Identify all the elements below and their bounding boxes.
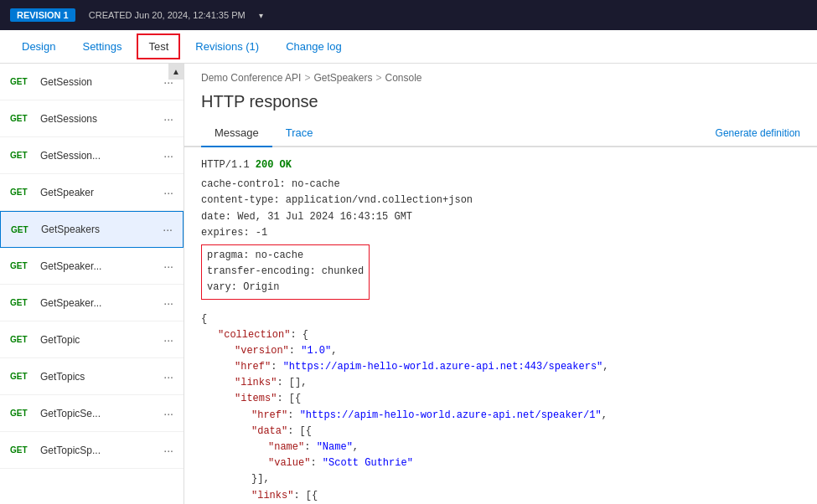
generate-definition-link[interactable]: Generate definition [716,121,800,146]
json-line: "collection": { [201,327,800,343]
response-content: HTTP/1.1 200 OK cache-control: no-cache … [184,147,817,504]
list-item[interactable]: GET GetTopic ··· [0,321,184,358]
tab-settings[interactable]: Settings [70,33,133,59]
header-line: cache-control: no-cache [201,177,800,193]
dots-menu[interactable]: ··· [163,407,173,420]
json-line: "value": "Scott Guthrie" [201,455,800,471]
method-badge: GET [10,261,34,270]
main-layout: ▲ GET GetSession ··· GET GetSessions ···… [0,64,817,504]
dots-menu[interactable]: ··· [163,333,173,347]
dots-menu[interactable]: ··· [163,223,173,236]
json-line: "data": [{ [201,424,800,440]
breadcrumb-sep2: > [375,72,381,84]
json-line: }], [201,471,800,487]
json-line: { [201,311,800,327]
highlighted-header-0: pragma: no-cache [207,248,364,264]
breadcrumb-sep1: > [304,72,310,84]
endpoint-name: GetTopic [40,334,157,346]
endpoint-name: GetTopics [40,371,157,383]
endpoint-name: GetSessions [40,113,157,125]
dots-menu[interactable]: ··· [163,260,173,273]
method-badge: GET [10,77,34,86]
tab-changelog[interactable]: Change log [274,33,354,59]
tab-trace[interactable]: Trace [272,120,327,147]
endpoint-name: GetSession... [40,150,157,162]
json-body: { "collection": { "version": "1.0", "hre… [201,311,800,505]
tab-message[interactable]: Message [201,120,272,147]
method-badge: GET [10,445,34,455]
list-item[interactable]: GET GetTopicSe... ··· [0,395,184,432]
json-line: "version": "1.0", [201,343,800,359]
endpoint-name: GetTopicSp... [40,445,157,456]
method-badge: GET [10,372,34,381]
highlighted-header-1: transfer-encoding: chunked [207,264,364,280]
http-status-line: HTTP/1.1 200 OK [201,157,800,173]
json-line: "href": "https://apim-hello-world.azure-… [201,408,800,424]
dots-menu[interactable]: ··· [163,186,173,199]
json-line: "items": [{ [201,391,800,407]
list-item[interactable]: GET GetTopics ··· [0,358,184,395]
endpoint-name: GetTopicSe... [40,408,157,419]
tab-revisions[interactable]: Revisions (1) [184,33,271,59]
created-text: CREATED Jun 20, 2024, 12:41:35 PM [89,10,246,20]
list-item-selected[interactable]: GET GetSpeakers ··· [0,211,184,248]
json-line: "links": [{ [201,488,800,504]
status-code: 200 OK [256,159,292,171]
json-line: "href": "https://apim-hello-world.azure-… [201,359,800,375]
tab-design[interactable]: Design [10,33,67,59]
endpoint-name: GetSpeaker... [40,297,157,309]
breadcrumb-part2: GetSpeakers [313,72,372,84]
page-title: HTTP response [184,87,817,120]
method-badge: GET [10,298,34,307]
breadcrumb: Demo Conference API > GetSpeakers > Cons… [184,64,817,87]
sidebar: ▲ GET GetSession ··· GET GetSessions ···… [0,64,184,504]
sub-tabs: Message Trace Generate definition [184,120,817,147]
list-item[interactable]: GET GetSession... ··· [0,137,184,174]
list-item[interactable]: GET GetSpeaker ··· [0,174,184,211]
header-line: content-type: application/vnd.collection… [201,193,800,208]
dots-menu[interactable]: ··· [163,370,173,383]
json-line: "links": [], [201,375,800,391]
dots-menu[interactable]: ··· [163,444,173,457]
method-badge: GET [10,335,34,344]
list-item[interactable]: GET GetSpeaker... ··· [0,248,184,285]
highlighted-header-2: vary: Origin [207,280,364,296]
tab-test[interactable]: Test [137,33,180,59]
endpoint-name: GetSpeakers [41,224,156,235]
nav-tabs: Design Settings Test Revisions (1) Chang… [0,30,817,64]
http-version: HTTP/1.1 [201,159,256,171]
json-line: "name": "Name", [201,440,800,455]
revision-badge: REVISION 1 [10,8,75,22]
dots-menu[interactable]: ··· [163,112,173,126]
method-badge: GET [11,225,34,234]
highlighted-headers-block: pragma: no-cache transfer-encoding: chun… [201,244,370,300]
method-badge: GET [10,151,34,160]
scroll-up-button[interactable]: ▲ [168,64,184,80]
list-item[interactable]: GET GetSession ··· [0,64,184,100]
method-badge: GET [10,188,34,197]
header-line: expires: -1 [201,225,800,241]
breadcrumb-part3: Console [385,72,421,84]
endpoint-name: GetSpeaker... [40,260,157,272]
list-item[interactable]: GET GetTopicSp... ··· [0,432,184,469]
method-badge: GET [10,114,34,123]
dots-menu[interactable]: ··· [163,296,173,310]
header-line: date: Wed, 31 Jul 2024 16:43:15 GMT [201,209,800,225]
content-area: Demo Conference API > GetSpeakers > Cons… [184,64,817,504]
dropdown-arrow[interactable]: ▾ [259,11,263,20]
top-bar: REVISION 1 CREATED Jun 20, 2024, 12:41:3… [0,0,817,30]
method-badge: GET [10,409,34,418]
list-item[interactable]: GET GetSessions ··· [0,100,184,137]
endpoint-name: GetSession [40,76,157,88]
breadcrumb-part1: Demo Conference API [201,72,301,84]
list-item[interactable]: GET GetSpeaker... ··· [0,285,184,321]
endpoint-name: GetSpeaker [40,187,157,198]
dots-menu[interactable]: ··· [163,149,173,162]
